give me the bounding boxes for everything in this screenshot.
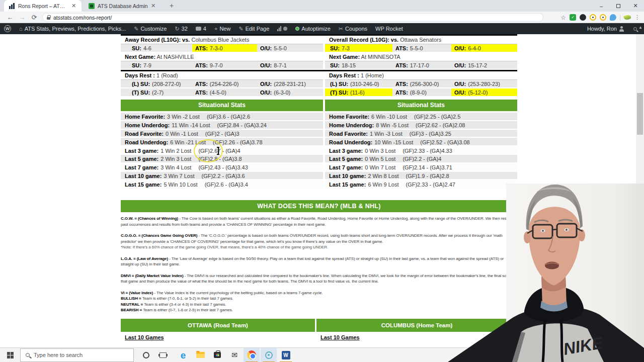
- bookmark-star-icon[interactable]: ☆: [560, 14, 566, 21]
- chrome-button[interactable]: [244, 348, 260, 362]
- refresh-icon[interactable]: ⟳: [28, 14, 40, 21]
- mail-button[interactable]: ✉: [226, 348, 243, 362]
- word-button[interactable]: W: [278, 348, 294, 362]
- minimize-button[interactable]: –: [593, 0, 610, 12]
- chrome-menu-icon[interactable]: ⋮: [634, 14, 640, 21]
- updates-link[interactable]: ↻32: [171, 23, 191, 34]
- recorder-button[interactable]: [261, 348, 277, 362]
- extension-blue-icon[interactable]: [610, 14, 616, 21]
- database-favicon: [89, 3, 95, 9]
- record-stats-row: SU:7-3ATS:5-5-0O/U:6-4-0: [325, 44, 517, 53]
- divider: [620, 15, 620, 21]
- stat-cell: O/U:(6-3-0): [257, 88, 323, 96]
- tab-ats-database[interactable]: ATS Database Admin ✕: [84, 0, 161, 12]
- browser-tab-strip: Rons Report – ATS Stats, Preview ✕ ATS D…: [0, 0, 644, 12]
- stat-cell: O/U:(228-231-21): [257, 80, 323, 87]
- stat-cell: SU:18-15: [325, 61, 392, 69]
- stat-cell: (T) SU:(11-6): [325, 88, 392, 96]
- next-game-title: Next Game: At MINNESOTA: [325, 53, 517, 61]
- wp-rocket-menu[interactable]: WP Rocket: [371, 23, 407, 34]
- status-dot-icon: [283, 27, 287, 31]
- customize-link[interactable]: ✎Customize: [130, 23, 171, 34]
- forward-icon[interactable]: →: [16, 14, 28, 21]
- road-team-header: OTTAWA (Road Team): [121, 319, 315, 332]
- situational-stats-header: Situational Stats: [325, 100, 517, 111]
- extension-yellow2-icon[interactable]: [600, 14, 606, 21]
- next-game-stats-row: SU:18-15ATS:17-17-0O/U:15-17-2: [325, 61, 517, 70]
- stat-cell: O/U:6-4-0: [451, 44, 517, 52]
- folder-icon: [196, 352, 205, 358]
- stat-cell: O/U:(5-12-0): [451, 88, 517, 96]
- league-record-row: (L) SU:(310-246-0)ATS:(256-300-0)O/U:(25…: [325, 80, 517, 88]
- record-stats-row: SU:4-6ATS:7-3-0O/U:5-5-0: [121, 44, 323, 53]
- back-icon[interactable]: ←: [4, 14, 16, 21]
- situational-row: Last 10 game:3 Win 7 Lost(GF)2.2 - (GA)3…: [121, 172, 323, 180]
- autoptimize-menu[interactable]: Autoptimize: [291, 23, 334, 34]
- days-rest-title: Days Rest : 1 (Home): [325, 71, 517, 80]
- edge-icon: e: [181, 350, 186, 360]
- text-cursor: [216, 147, 220, 155]
- situational-stats-header: Situational Stats: [121, 100, 323, 111]
- stat-cell: SU:7-3: [325, 44, 392, 52]
- maximize-button[interactable]: [610, 0, 627, 12]
- away-record-title: Away Record (L10G): vs. Columbus Blue Ja…: [121, 36, 323, 44]
- store-button[interactable]: [209, 348, 225, 362]
- search-icon[interactable]: [633, 27, 637, 31]
- coupons-menu[interactable]: ✂Coupons: [335, 23, 371, 34]
- league-record-row: (L) SU:(208-272-0)ATS:(254-226-0)O/U:(22…: [121, 80, 323, 88]
- extension-yellow-icon[interactable]: [590, 14, 596, 21]
- address-bar[interactable]: atsstats.com/rons-report/: [42, 13, 543, 22]
- tab-close-icon[interactable]: ✕: [71, 3, 76, 9]
- file-explorer-button[interactable]: [192, 348, 208, 362]
- close-button[interactable]: ✕: [627, 0, 644, 12]
- extension-avatar-icon[interactable]: [623, 14, 631, 21]
- analytics-menu[interactable]: [273, 23, 291, 34]
- extension-github-icon[interactable]: [580, 14, 586, 21]
- scissors-icon: ✂: [339, 26, 343, 32]
- days-rest-title: Days Rest : 1 (Road): [121, 71, 323, 80]
- extension-check-icon[interactable]: ✓: [570, 14, 576, 21]
- url-text: atsstats.com/rons-report/: [53, 15, 112, 21]
- start-button[interactable]: [0, 348, 20, 362]
- edit-page-link[interactable]: ✎Edit Page: [234, 23, 273, 34]
- situational-row: Road Favorite:0 Win -1 Lost(GF)2 - (GA)3: [121, 130, 323, 138]
- browser-toolbar: ← → ⟳ atsstats.com/rons-report/ ☆ ✓ ⋮: [0, 12, 644, 23]
- site-menu[interactable]: ⌂ATS Stats, Previews, Predictions, Picks…: [15, 23, 130, 34]
- next-game-stats-row: SU:7-9ATS:9-7-0O/U:8-7-1: [121, 61, 323, 70]
- lock-icon: [47, 17, 50, 20]
- cortana-button[interactable]: [138, 348, 154, 362]
- cortana-icon: [143, 352, 149, 358]
- task-view-button[interactable]: [155, 348, 171, 362]
- recorder-icon: [265, 351, 273, 359]
- situational-list-home: Home Favorite:6 Win -10 Lost(GF)2.25 - (…: [325, 113, 517, 189]
- new-tab-button[interactable]: +: [167, 2, 176, 11]
- stat-cell: O/U:8-7-1: [257, 61, 323, 69]
- wp-admin-bar: W ⌂ATS Stats, Previews, Predictions, Pic…: [0, 23, 644, 34]
- scrollbar-thumb[interactable]: [637, 93, 643, 135]
- situational-row: Last 5 game:0 Win 5 Lost(GF)2.2 - (GA)4: [325, 155, 517, 163]
- pencil-icon: ✎: [238, 26, 243, 32]
- situational-row: Home Underdog:11 Win -14 Lost(GF)2.84 - …: [121, 121, 323, 130]
- situational-row: Road Favorite:1 Win -3 Lost(GF)3 - (GA)3…: [325, 130, 517, 138]
- webcam-person: NIKE: [438, 181, 644, 362]
- last-10-games-link-road[interactable]: Last 10 Games: [121, 334, 315, 340]
- stat-cell: ATS:(256-300-0): [392, 80, 451, 87]
- store-icon: [214, 352, 221, 358]
- tab-rons-report[interactable]: Rons Report – ATS Stats, Preview ✕: [4, 0, 82, 12]
- comments-link[interactable]: 4: [192, 23, 210, 34]
- situational-row: Road Underdog:10 Win -15 Lost(GF)2.52 - …: [325, 138, 517, 146]
- wp-logo-menu[interactable]: W: [0, 23, 15, 34]
- new-content-link[interactable]: +New: [210, 23, 234, 34]
- account-menu[interactable]: Howdy, Ron: [583, 23, 628, 34]
- brush-icon: ✎: [134, 26, 138, 32]
- stat-cell: ATS:5-5-0: [392, 44, 451, 52]
- scrollbar-up-arrow[interactable]: ▲: [638, 25, 642, 30]
- situational-row: Last 3 game:0 Win 3 Lost(GF)2.33 - (GA)4…: [325, 146, 517, 155]
- tab-close-icon[interactable]: ✕: [151, 3, 155, 9]
- windows-icon: [7, 352, 14, 358]
- edge-button[interactable]: e: [175, 348, 191, 362]
- overall-record-title: Overall Record (L10G): vs. Ottawa Senato…: [325, 36, 517, 44]
- home-icon: ⌂: [19, 26, 23, 32]
- taskbar-search-input[interactable]: Type here to search: [20, 348, 134, 362]
- situational-row: Last 15 game:5 Win 10 Lost(GF)2.6 - (GA)…: [121, 180, 323, 189]
